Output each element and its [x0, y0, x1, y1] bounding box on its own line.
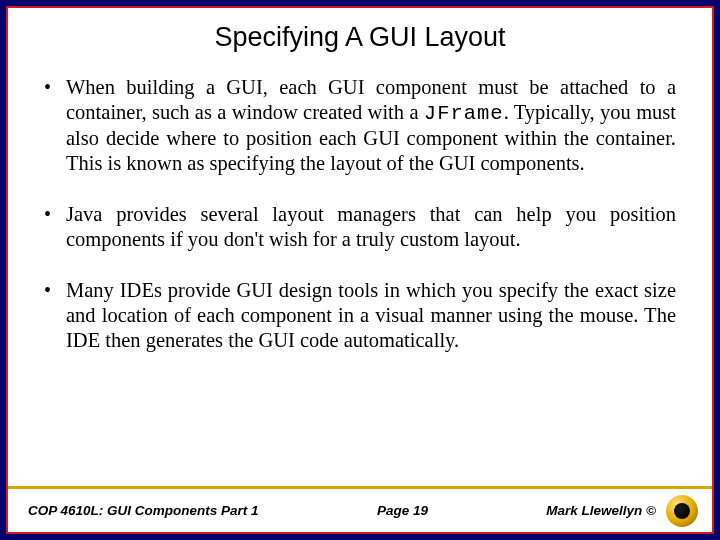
slide-footer: COP 4610L: GUI Components Part 1 Page 19…: [8, 486, 712, 532]
footer-author-wrap: Mark Llewellyn ©: [501, 495, 698, 527]
footer-author: Mark Llewellyn ©: [546, 503, 656, 518]
bullet-item: Java provides several layout managers th…: [44, 202, 676, 252]
slide-content: Specifying A GUI Layout When building a …: [8, 8, 712, 532]
bullet-text: Many IDEs provide GUI design tools in wh…: [66, 279, 676, 351]
code-text: JFrame: [424, 102, 504, 125]
bullet-text: Java provides several layout managers th…: [66, 203, 676, 250]
bullet-item: When building a GUI, each GUI component …: [44, 75, 676, 176]
slide-title: Specifying A GUI Layout: [34, 22, 686, 53]
slide-border: Specifying A GUI Layout When building a …: [6, 6, 714, 534]
footer-page: Page 19: [304, 503, 501, 518]
slide-frame: Specifying A GUI Layout When building a …: [0, 0, 720, 540]
footer-bar: COP 4610L: GUI Components Part 1 Page 19…: [8, 489, 712, 532]
bullet-item: Many IDEs provide GUI design tools in wh…: [44, 278, 676, 353]
ucf-logo-icon: [666, 495, 698, 527]
bullet-list: When building a GUI, each GUI component …: [34, 75, 686, 353]
footer-course: COP 4610L: GUI Components Part 1: [28, 503, 304, 518]
